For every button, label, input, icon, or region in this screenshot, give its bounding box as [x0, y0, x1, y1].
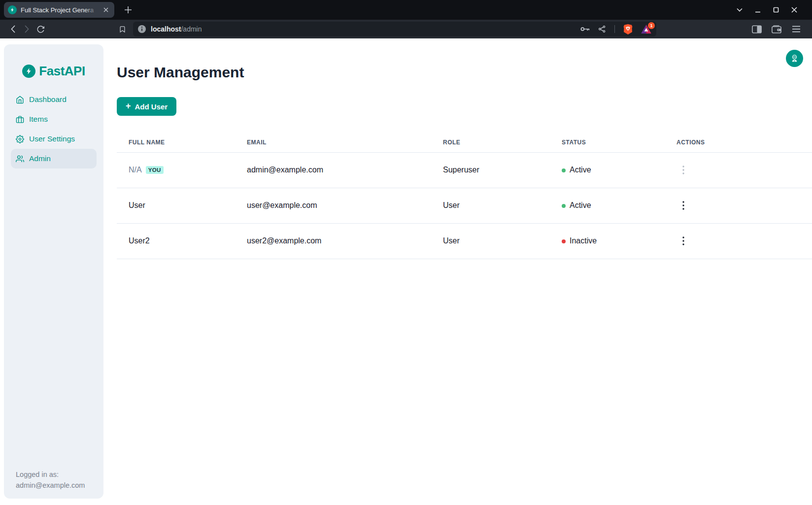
- app-page: FastAPI Dashboard Items User Settings: [0, 38, 812, 505]
- cell-status: Active: [550, 152, 665, 188]
- users-icon: [16, 155, 24, 163]
- sidebar-toggle-icon[interactable]: [750, 22, 764, 36]
- menu-hamburger-icon[interactable]: [789, 22, 803, 36]
- column-header-role: Role: [431, 133, 550, 152]
- wallet-icon[interactable]: [770, 22, 783, 36]
- row-actions-menu-icon: [677, 163, 690, 177]
- minimize-icon[interactable]: [752, 4, 764, 16]
- toolbar-separator: [614, 25, 615, 33]
- sidebar-item-items[interactable]: Items: [11, 109, 97, 129]
- browser-toolbar: localhost/admin 1: [0, 20, 812, 38]
- users-table: Full Name Email Role Status Actions N/AY…: [117, 133, 812, 259]
- user-menu-avatar-button[interactable]: [786, 50, 803, 67]
- fastapi-favicon-icon: [8, 5, 17, 14]
- reload-icon[interactable]: [34, 22, 47, 36]
- tab-search-chevron-icon[interactable]: [734, 4, 745, 16]
- brave-shield-icon[interactable]: [623, 24, 633, 34]
- cell-actions: [665, 223, 812, 259]
- row-actions-menu-icon[interactable]: [677, 234, 690, 248]
- cell-email: admin@example.com: [235, 152, 431, 188]
- briefcase-icon: [16, 115, 24, 124]
- you-badge: YOU: [146, 166, 164, 174]
- url-text: localhost/admin: [151, 25, 202, 33]
- column-header-actions: Actions: [665, 133, 812, 152]
- user-astronaut-icon: [790, 54, 799, 63]
- tab-title: Full Stack Project Genera: [21, 6, 98, 14]
- sidebar-item-label: Dashboard: [29, 95, 67, 104]
- column-header-status: Status: [550, 133, 665, 152]
- logo-text: FastAPI: [39, 64, 85, 79]
- cell-actions: [665, 188, 812, 223]
- sidebar-item-label: Items: [29, 115, 48, 124]
- password-key-icon[interactable]: [580, 26, 590, 32]
- new-tab-button[interactable]: [121, 3, 135, 17]
- cell-role: User: [431, 188, 550, 223]
- table-header-row: Full Name Email Role Status Actions: [117, 133, 812, 152]
- table-row: User user@example.com User Active: [117, 188, 812, 223]
- column-header-email: Email: [235, 133, 431, 152]
- page-title: User Management: [117, 38, 812, 81]
- cell-full-name: User: [117, 188, 235, 223]
- fastapi-bolt-icon: [22, 65, 35, 78]
- table-row: User2 user2@example.com User Inactive: [117, 223, 812, 259]
- logged-in-email: admin@example.com: [16, 480, 96, 491]
- cell-status: Inactive: [550, 223, 665, 259]
- maximize-icon[interactable]: [770, 4, 782, 16]
- site-info-icon[interactable]: [138, 25, 146, 33]
- cell-full-name: N/AYOU: [117, 152, 235, 188]
- window-controls: [734, 4, 812, 16]
- sidebar-item-label: User Settings: [29, 135, 75, 143]
- status-dot: [562, 204, 566, 208]
- browser-tab[interactable]: Full Stack Project Genera: [4, 2, 114, 18]
- close-window-icon[interactable]: [788, 4, 800, 16]
- logged-in-label: Logged in as:: [16, 469, 96, 480]
- status-dot: [562, 239, 566, 243]
- status-dot: [562, 168, 566, 172]
- logged-in-footer: Logged in as: admin@example.com: [4, 469, 103, 499]
- add-user-button[interactable]: + Add User: [117, 97, 176, 116]
- main-content: User Management + Add User Full Name Ema…: [117, 38, 812, 259]
- fastapi-logo: FastAPI: [22, 63, 85, 79]
- address-bar[interactable]: localhost/admin 1: [133, 22, 656, 36]
- cell-actions: [665, 152, 812, 188]
- bookmark-icon[interactable]: [115, 22, 129, 36]
- row-actions-menu-icon[interactable]: [677, 199, 690, 212]
- cell-email: user2@example.com: [235, 223, 431, 259]
- sidebar-item-user-settings[interactable]: User Settings: [11, 129, 97, 149]
- home-icon: [16, 96, 24, 104]
- cell-status: Active: [550, 188, 665, 223]
- sidebar-item-dashboard[interactable]: Dashboard: [11, 90, 97, 109]
- cell-role: User: [431, 223, 550, 259]
- tab-close-icon[interactable]: [102, 5, 110, 14]
- cell-full-name: User2: [117, 223, 235, 259]
- column-header-full-name: Full Name: [117, 133, 235, 152]
- back-icon[interactable]: [6, 22, 20, 36]
- sidebar-nav: Dashboard Items User Settings Admin: [4, 90, 103, 168]
- sidebar-item-label: Admin: [29, 154, 51, 163]
- share-icon[interactable]: [598, 25, 606, 33]
- cell-role: Superuser: [431, 152, 550, 188]
- sidebar: FastAPI Dashboard Items User Settings: [4, 44, 103, 499]
- browser-tab-bar: Full Stack Project Genera: [0, 0, 812, 20]
- plus-icon: +: [126, 101, 131, 110]
- table-row: N/AYOU admin@example.com Superuser Activ…: [117, 152, 812, 188]
- rewards-notification-badge: 1: [648, 22, 655, 29]
- cell-email: user@example.com: [235, 188, 431, 223]
- sidebar-item-admin[interactable]: Admin: [11, 149, 97, 168]
- gear-icon: [16, 135, 24, 143]
- forward-icon[interactable]: [20, 22, 34, 36]
